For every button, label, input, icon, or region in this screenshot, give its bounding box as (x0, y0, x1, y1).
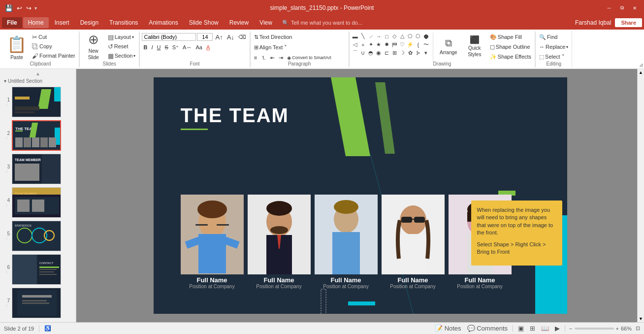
menu-file[interactable]: File (2, 17, 22, 28)
shape-hex[interactable]: ⬡ (415, 33, 422, 40)
shape-triangle[interactable]: △ (399, 33, 406, 40)
slide-thumb-6[interactable]: 6 ☆ CONTACT (2, 253, 74, 286)
char-spacing-button[interactable]: A↔ (181, 43, 193, 52)
replace-button[interactable]: ↔ Replace ▾ (538, 42, 570, 51)
zoom-in-button[interactable]: + (616, 326, 619, 332)
menu-view[interactable]: View (255, 17, 277, 28)
shapes-more[interactable]: ▾ (422, 49, 430, 57)
zoom-out-button[interactable]: − (569, 326, 572, 332)
restore-button[interactable]: ⧉ (616, 2, 627, 13)
zoom-slider[interactable] (575, 328, 614, 330)
shape-rect2[interactable]: □ (383, 33, 390, 40)
scroll-up-button[interactable]: ▲ (2, 71, 74, 76)
ribbon-expand-button[interactable]: ⊿ (639, 62, 643, 67)
text-direction-button[interactable]: ⇅ Text Direction (253, 33, 294, 41)
select-button[interactable]: ⬚ Select ˅ (538, 52, 570, 61)
notes-button[interactable]: 📝 Notes (434, 324, 462, 333)
slide-sorter-button[interactable]: ⊞ (529, 324, 536, 333)
shape-donut[interactable]: ◉ (375, 49, 383, 57)
shape-fill-button[interactable]: 🎨 Shape Fill (488, 33, 533, 41)
minimize-button[interactable]: ─ (604, 2, 614, 13)
normal-view-button[interactable]: ▣ (517, 324, 525, 333)
bold-button[interactable]: B (142, 43, 149, 52)
shape-effects-button[interactable]: ✨ Shape Effects (488, 52, 533, 61)
slide-thumb-3[interactable]: 3 ☆ TEAM MEMBER (2, 153, 74, 185)
shape-outline-button[interactable]: ▢ Shape Outline (488, 42, 533, 51)
arrange-button[interactable]: ⧉ Arrange (436, 33, 461, 60)
shape-pentagon[interactable]: ⬠ (407, 33, 414, 40)
share-button[interactable]: Share (615, 18, 642, 27)
shape-star5[interactable]: ★ (375, 41, 383, 48)
section-button[interactable]: ▦ Section ▾ (106, 51, 137, 60)
find-button[interactable]: 🔍 Find (538, 33, 570, 41)
menu-animations[interactable]: Animations (144, 17, 183, 28)
shape-rtriangle[interactable]: ◁ (352, 41, 359, 48)
reading-view-button[interactable]: 📖 (540, 324, 550, 333)
strikethrough-button[interactable]: S (163, 43, 169, 52)
slide-thumb-5[interactable]: 5 ☆ STATISTICS (2, 220, 74, 252)
fit-slide-button[interactable]: ⊡ (636, 325, 640, 332)
shape-star4[interactable]: ✦ (367, 41, 375, 48)
redo-icon[interactable]: ↪ (25, 3, 32, 13)
shape-custom[interactable]: ⊱ (415, 49, 422, 57)
slide-thumb-4[interactable]: 4 ☆ TEAM MEMBER (2, 186, 74, 219)
menu-insert[interactable]: Insert (50, 17, 74, 28)
shape-banner[interactable]: ⛿ (391, 41, 398, 48)
shape-wave[interactable]: 〜 (422, 41, 430, 48)
shape-moon[interactable]: ☽ (399, 49, 406, 57)
font-color-button[interactable]: A (205, 43, 211, 52)
menu-review[interactable]: Review (225, 17, 254, 28)
scroll-down-arrow[interactable]: ▼ (638, 315, 644, 322)
slide-thumb-2[interactable]: 2 ☆ THE TEAM (2, 119, 74, 152)
shape-rect[interactable]: ▬ (352, 33, 359, 40)
slide-thumb-1[interactable]: 1 ☆ (2, 86, 74, 118)
underline-button[interactable]: U (155, 43, 162, 52)
italic-button[interactable]: I (150, 43, 154, 52)
shape-diamond[interactable]: ◇ (391, 33, 398, 40)
font-name-selector[interactable]: Calibri (Body) (142, 33, 196, 41)
close-button[interactable]: ✕ (629, 2, 640, 13)
format-painter-button[interactable]: 🖌 Format Painter (31, 51, 77, 60)
menu-transitions[interactable]: Transitions (104, 17, 143, 28)
shape-line[interactable]: ⟋ (367, 33, 375, 40)
shape-parabola[interactable]: ∪ (359, 49, 367, 57)
comments-button[interactable]: 💬 Comments (466, 324, 509, 333)
save-icon[interactable]: 💾 (4, 3, 14, 13)
shape-block[interactable]: ⊏ (383, 49, 390, 57)
text-shadow-button[interactable]: S⁺ (171, 43, 180, 52)
shape-cross[interactable]: + (359, 41, 367, 48)
font-size-selector[interactable]: 14 (197, 33, 213, 41)
shape-heart[interactable]: ♡ (399, 41, 406, 48)
menu-design[interactable]: Design (75, 17, 103, 28)
shape-oct[interactable]: ⯃ (422, 33, 430, 40)
scroll-up-arrow[interactable]: ▲ (638, 69, 644, 76)
cut-button[interactable]: ✂ Cut (31, 33, 77, 41)
slide-title[interactable]: THE TEAM (181, 104, 289, 127)
vertical-scrollbar[interactable]: ▲ ▼ (637, 69, 644, 322)
shape-star8[interactable]: ✸ (383, 41, 390, 48)
dropdown-arrow-icon[interactable]: ▾ (34, 5, 37, 11)
shape-arc[interactable]: ⌒ (352, 49, 359, 57)
new-slide-button[interactable]: ⊕ New Slide (82, 33, 105, 60)
layout-button[interactable]: ▤ Layout ▾ (106, 33, 137, 41)
copy-button[interactable]: ⿻ Copy (31, 42, 77, 51)
shape-brace[interactable]: { (415, 41, 422, 48)
menu-home[interactable]: Home (23, 17, 49, 28)
quick-styles-button[interactable]: ⬛ Quick Styles (462, 33, 487, 60)
menu-slideshow[interactable]: Slide Show (184, 17, 224, 28)
shape-chord[interactable]: ◓ (367, 49, 375, 57)
search-placeholder[interactable]: Tell me what you want to do... (291, 20, 362, 26)
clear-format-button[interactable]: ⌫ (237, 33, 248, 41)
shape-slash[interactable]: ╲ (359, 33, 367, 40)
shape-lightning[interactable]: ⚡ (407, 41, 414, 48)
shape-arrow[interactable]: → (375, 33, 383, 40)
increase-font-button[interactable]: A↑ (214, 33, 224, 41)
shape-misc[interactable]: ✿ (407, 49, 414, 57)
reset-button[interactable]: ↺ Reset (106, 42, 137, 51)
shape-frame[interactable]: ⊞ (391, 49, 398, 57)
undo-icon[interactable]: ↩ (16, 3, 23, 13)
decrease-font-button[interactable]: A↓ (225, 33, 236, 41)
paste-button[interactable]: 📋 Paste (4, 33, 30, 62)
section-collapse-icon[interactable]: ▾ (4, 78, 6, 84)
change-case-button[interactable]: Aa (194, 43, 203, 52)
